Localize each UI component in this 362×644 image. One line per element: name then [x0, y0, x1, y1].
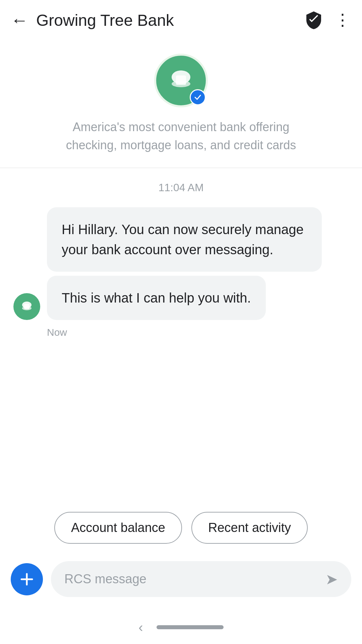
- back-button[interactable]: ←: [11, 11, 28, 29]
- verified-badge-icon: [190, 89, 206, 105]
- bot-avatar: [13, 293, 40, 320]
- add-button[interactable]: [11, 563, 43, 595]
- send-button[interactable]: ➤: [325, 571, 338, 588]
- svg-rect-5: [24, 304, 29, 309]
- message-input-wrap[interactable]: RCS message ➤: [51, 561, 351, 597]
- bot-message-row: This is what I can help you with.: [13, 276, 349, 320]
- business-description: America's most convenient bank offering …: [64, 118, 298, 154]
- nav-back-arrow[interactable]: ‹: [138, 620, 143, 635]
- account-balance-chip[interactable]: Account balance: [54, 512, 182, 544]
- quick-replies: Account balance Recent activity: [0, 512, 362, 544]
- bottom-nav: ‹: [0, 610, 362, 644]
- recent-activity-chip[interactable]: Recent activity: [191, 512, 308, 544]
- chat-timestamp: 11:04 AM: [13, 181, 349, 194]
- chat-area: 11:04 AM Hi Hillary. You can now securel…: [0, 168, 362, 512]
- svg-rect-2: [176, 75, 186, 85]
- chat-messages: Hi Hillary. You can now securely manage …: [13, 207, 349, 276]
- app-bar-title: Growing Tree Bank: [36, 11, 304, 30]
- nav-home-indicator[interactable]: [157, 625, 224, 629]
- message-now-label: Now: [13, 327, 349, 338]
- more-options-icon[interactable]: ⋮: [335, 12, 351, 28]
- message-bubble-1: Hi Hillary. You can now securely manage …: [47, 207, 322, 272]
- business-avatar-wrap: [154, 54, 208, 107]
- input-bar: RCS message ➤: [0, 554, 362, 610]
- verified-shield-icon: [304, 10, 324, 30]
- message-input-placeholder: RCS message: [64, 572, 146, 586]
- business-header: America's most convenient bank offering …: [0, 40, 362, 168]
- message-bubble-2: This is what I can help you with.: [47, 276, 266, 320]
- app-bar: ← Growing Tree Bank ⋮: [0, 0, 362, 40]
- app-bar-actions: ⋮: [304, 10, 351, 30]
